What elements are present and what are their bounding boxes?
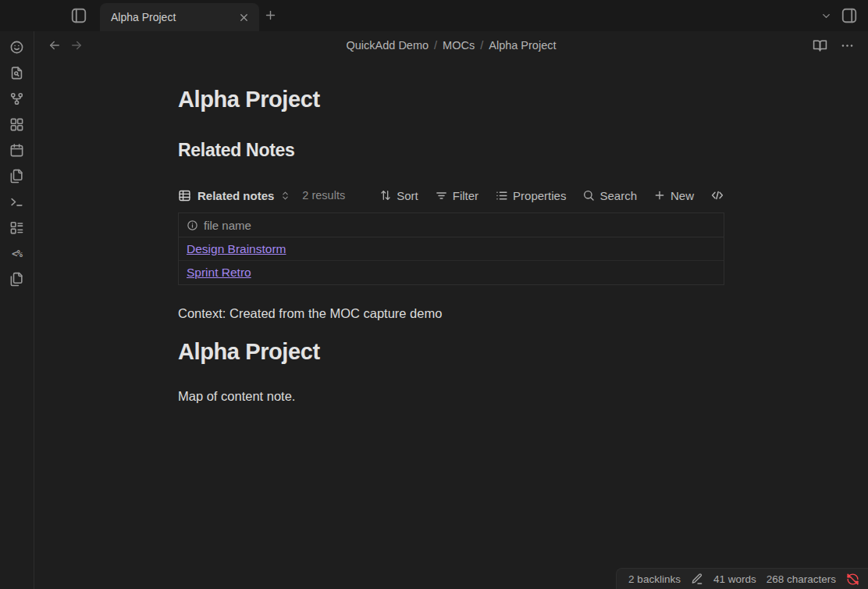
chevrons-up-down-icon (280, 191, 290, 201)
templater-icon[interactable]: <% (9, 246, 24, 261)
info-icon (187, 220, 198, 231)
calendar-icon[interactable] (9, 143, 24, 158)
status-bar: 2 backlinks 41 words 268 characters (616, 568, 868, 589)
editor: Alpha Project Related Notes Related note… (34, 59, 868, 589)
toggle-left-sidebar-icon[interactable] (70, 7, 87, 24)
repeated-h1: Alpha Project (178, 339, 724, 365)
search-label: Search (599, 189, 637, 202)
file-link-sprint-retro[interactable]: Sprint Retro (187, 266, 251, 280)
backlinks-count[interactable]: 2 backlinks (628, 573, 681, 585)
file-link-design-brainstorm[interactable]: Design Brainstorm (187, 242, 286, 256)
ribbon: <% (0, 31, 34, 589)
results-count: 2 results (302, 189, 345, 202)
body-paragraph: Map of content note. (178, 389, 724, 404)
workspace: QuickAdd Demo / MOCs / Alpha Project Alp… (34, 31, 868, 589)
code-view-button[interactable] (710, 188, 724, 202)
list-icon (495, 189, 508, 202)
bases-toolbar: Related notes 2 results Sort Filter (178, 185, 724, 205)
tab-title: Alpha Project (111, 11, 237, 23)
graph-icon[interactable] (9, 91, 24, 106)
plus-icon (653, 189, 666, 202)
breadcrumb-separator: / (480, 39, 483, 52)
bases-view-name: Related notes (197, 189, 274, 202)
tab-bar: Alpha Project (0, 0, 868, 31)
note-title-h1: Alpha Project (178, 87, 724, 112)
navigate-back-icon[interactable] (48, 38, 62, 52)
layout-list-icon[interactable] (9, 220, 24, 235)
sort-label: Sort (397, 189, 418, 202)
properties-label: Properties (513, 189, 566, 202)
sort-button[interactable]: Sort (379, 189, 418, 202)
arrow-up-down-icon (379, 189, 392, 202)
character-count: 268 characters (767, 573, 836, 585)
filter-button[interactable]: Filter (435, 189, 478, 202)
breadcrumb: QuickAdd Demo / MOCs / Alpha Project (347, 39, 557, 52)
toggle-right-sidebar-icon[interactable] (841, 7, 858, 24)
table-column-header-file-name[interactable]: file name (179, 213, 724, 237)
tab-list-chevron-down-icon[interactable] (820, 10, 832, 22)
layout-grid-icon[interactable] (9, 117, 24, 132)
filter-label: Filter (453, 189, 478, 202)
navigate-forward-icon[interactable] (69, 38, 84, 52)
related-notes-h2: Related Notes (178, 140, 724, 161)
properties-button[interactable]: Properties (495, 189, 566, 202)
tab-alpha-project[interactable]: Alpha Project (100, 3, 259, 31)
breadcrumb-mocs[interactable]: MOCs (443, 39, 475, 52)
filter-lines-icon (435, 189, 448, 202)
breadcrumb-alpha-project[interactable]: Alpha Project (489, 39, 556, 52)
new-button[interactable]: New (653, 189, 694, 202)
table-icon (178, 189, 191, 202)
column-header-label: file name (204, 219, 251, 232)
search-button[interactable]: Search (582, 189, 637, 202)
file-search-icon[interactable] (9, 66, 24, 80)
bases-view-switcher[interactable]: Related notes (178, 189, 290, 202)
tab-close-icon[interactable] (237, 10, 251, 25)
code-icon (710, 188, 724, 202)
new-tab-icon[interactable] (264, 9, 277, 22)
sync-off-icon[interactable] (846, 573, 859, 586)
view-header: QuickAdd Demo / MOCs / Alpha Project (34, 31, 868, 59)
breadcrumb-separator: / (434, 39, 437, 52)
bases-table: file name Design Brainstorm Sprint Retro (178, 212, 724, 285)
context-paragraph: Context: Created from the MOC capture de… (178, 306, 724, 321)
edit-mode-pencil-icon[interactable] (691, 573, 703, 585)
breadcrumb-quickadd-demo[interactable]: QuickAdd Demo (347, 39, 429, 52)
new-label: New (671, 189, 694, 202)
table-row: Sprint Retro (179, 261, 724, 284)
search-icon (582, 189, 595, 202)
table-row: Design Brainstorm (179, 237, 724, 261)
terminal-icon[interactable] (9, 195, 24, 209)
copy-pages-icon[interactable] (9, 272, 24, 287)
smile-icon[interactable] (9, 40, 24, 55)
more-options-icon[interactable] (840, 38, 855, 53)
files-icon[interactable] (9, 169, 24, 184)
word-count: 41 words (713, 573, 756, 585)
bases-block: Related notes 2 results Sort Filter (178, 185, 724, 285)
reading-mode-icon[interactable] (813, 38, 827, 53)
